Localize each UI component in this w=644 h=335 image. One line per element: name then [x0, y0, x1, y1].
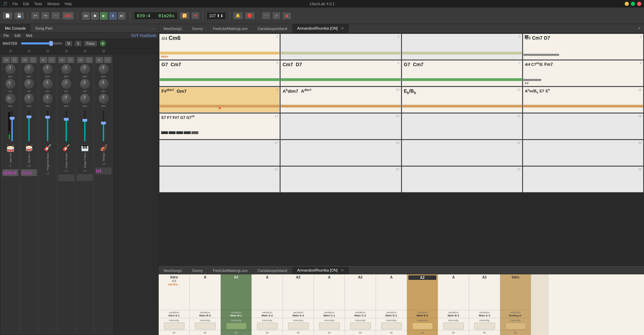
- intensity-bar-3[interactable]: [226, 323, 247, 329]
- bar-11[interactable]: 11 Eb/Bb: [402, 87, 522, 113]
- bc-intensity-11[interactable]: intensity: [469, 318, 500, 330]
- bc-fill-3[interactable]: fill: [221, 330, 251, 335]
- bc-intensity-7[interactable]: intensity: [345, 318, 376, 330]
- bar-13[interactable]: 13 E7 F7 F#7 G7 G7#5: [159, 113, 280, 139]
- bar-8[interactable]: 8 4/4 C7b9/E Fm7 A2: [523, 60, 643, 86]
- bc-intensity-6[interactable]: intensity: [314, 318, 345, 330]
- bar-10[interactable]: 10 Abdim7 Adim7: [280, 87, 401, 113]
- bottom-col-a2-2[interactable]: A2 variation Main A-3 intensity fill: [283, 274, 314, 335]
- song-tab-close-all[interactable]: ✕: [634, 24, 644, 33]
- rev-knob-2[interactable]: [24, 79, 34, 89]
- sub-file[interactable]: File: [2, 33, 10, 38]
- master-s-button[interactable]: S: [75, 41, 81, 46]
- bottom-tab-feellike[interactable]: FeelLikeMakingLove: [208, 267, 253, 274]
- bc-fill-1[interactable]: fill: [159, 330, 189, 335]
- song-grid[interactable]: 1 4/4 Cm6 Intro 2 3: [159, 33, 644, 266]
- tab-feellike[interactable]: FeelLikeMakingLove: [208, 24, 253, 33]
- master-slider[interactable]: [21, 42, 62, 44]
- cho-knob-6[interactable]: [99, 94, 108, 103]
- pan-knob-5[interactable]: [80, 64, 90, 74]
- cho-knob-1[interactable]: [4, 92, 17, 105]
- panel-close[interactable]: —: [148, 24, 158, 32]
- pan-knob-4[interactable]: [61, 64, 71, 74]
- new-file-button[interactable]: 📄: [3, 12, 12, 19]
- fader-track-6[interactable]: [103, 110, 104, 141]
- pan-knob-2[interactable]: [24, 64, 34, 74]
- mute-4[interactable]: [58, 57, 66, 63]
- bc-fill-9[interactable]: fill: [407, 330, 438, 335]
- redo-button[interactable]: ↪: [41, 12, 49, 19]
- rev-knob-3[interactable]: [43, 79, 52, 89]
- undo-button[interactable]: ↩: [31, 12, 39, 19]
- solo-1[interactable]: [11, 57, 18, 63]
- bar-3[interactable]: 3: [402, 34, 522, 60]
- play-button[interactable]: ▶: [100, 12, 108, 20]
- tab-armandos-close[interactable]: ✕: [341, 26, 344, 30]
- bc-intensity-9[interactable]: intensity: [407, 318, 438, 330]
- solo-2[interactable]: [29, 57, 37, 63]
- intensity-bar-2[interactable]: [195, 323, 216, 329]
- checkmark-button[interactable]: ✓: [273, 12, 280, 19]
- bc-fill-5[interactable]: fill: [283, 330, 314, 335]
- intensity-bar-1[interactable]: [164, 323, 185, 329]
- rev-knob-4[interactable]: [61, 79, 71, 89]
- bc-intensity-12[interactable]: intensity: [500, 318, 531, 330]
- bar-15[interactable]: 15: [402, 113, 522, 139]
- bottom-col-intro[interactable]: Intro 4/4 samba... variation Intro A-1 i…: [159, 274, 190, 335]
- rev-knob-1[interactable]: [4, 77, 17, 90]
- bar-1[interactable]: 1 4/4 Cm6 Intro: [159, 34, 280, 60]
- bc-intensity-5[interactable]: intensity: [283, 318, 314, 330]
- bottom-col-intro-end[interactable]: Intro variation Ending A- intensity fill: [500, 274, 531, 335]
- cho-knob-4[interactable]: [61, 94, 71, 103]
- tempo-arrows[interactable]: ⬆⬇: [217, 13, 224, 18]
- solo-4[interactable]: [67, 57, 74, 63]
- bar-9[interactable]: 9 F#dim7 Gm7: [159, 87, 280, 113]
- minimize-button[interactable]: [625, 2, 629, 6]
- bc-intensity-1[interactable]: intensity: [159, 318, 189, 330]
- solo-6[interactable]: [104, 57, 111, 63]
- intensity-bar-10[interactable]: [443, 323, 464, 329]
- intensity-bar-8[interactable]: [381, 323, 402, 329]
- more-button[interactable]: ⋯: [51, 12, 60, 19]
- bc-fill-12[interactable]: fill: [500, 330, 531, 335]
- intensity-bar-4[interactable]: [257, 323, 278, 329]
- bottom-col-a1[interactable]: A variation Main B-2 intensity fill: [190, 274, 221, 335]
- intensity-bar-11[interactable]: [474, 323, 495, 329]
- bottom-col-a3[interactable]: A variation Main C-1 intensity fill: [314, 274, 345, 335]
- bottom-col-a5[interactable]: A variation Main B-2 intensity fill: [438, 274, 469, 335]
- close-button[interactable]: [637, 2, 641, 6]
- intensity-bar-6[interactable]: [319, 323, 340, 329]
- bottom-tab-sunny[interactable]: Sunny: [187, 267, 208, 274]
- mute-6[interactable]: [96, 57, 103, 63]
- menu-help[interactable]: Help: [62, 2, 74, 6]
- master-panic-button[interactable]: Panic: [84, 41, 97, 46]
- rev-knob-5[interactable]: [80, 79, 90, 89]
- bc-fill-7[interactable]: fill: [345, 330, 376, 335]
- bar-18[interactable]: 18: [280, 140, 401, 166]
- on-off-button[interactable]: ON: [62, 12, 74, 20]
- bottom-tab-close[interactable]: ✕: [341, 268, 344, 272]
- bar-23[interactable]: 23: [402, 166, 522, 192]
- pan-knob-3[interactable]: [43, 64, 52, 74]
- bottom-col-a2-green[interactable]: A2 variation Main B-1 intensity fill: [221, 274, 252, 335]
- mute-5[interactable]: [77, 57, 85, 63]
- bar-2[interactable]: 2: [280, 34, 401, 60]
- skip-forward-button[interactable]: ⏭: [118, 12, 126, 20]
- tab-song-part[interactable]: Song Part: [31, 24, 57, 32]
- bar-7[interactable]: 7 G7 Cm7: [402, 60, 522, 86]
- bar-17[interactable]: 17: [159, 140, 280, 166]
- bc-intensity-2[interactable]: intensity: [190, 318, 220, 330]
- bc-fill-4[interactable]: fill: [252, 330, 283, 335]
- bar-21[interactable]: 21: [159, 166, 280, 192]
- fader-track-1[interactable]: [11, 110, 13, 141]
- cho-knob-3[interactable]: [43, 94, 52, 103]
- mute-2[interactable]: [21, 57, 29, 63]
- tab-mix-console[interactable]: Mix Console: [0, 24, 31, 32]
- bar-20[interactable]: 20: [523, 140, 643, 166]
- bar-24[interactable]: 24: [523, 166, 643, 192]
- mute-1[interactable]: [2, 57, 10, 63]
- bar-19[interactable]: 19: [402, 140, 522, 166]
- solo-3[interactable]: [48, 57, 56, 63]
- fader-track-2[interactable]: [28, 110, 30, 141]
- skip-back-button[interactable]: ⏮: [82, 12, 90, 20]
